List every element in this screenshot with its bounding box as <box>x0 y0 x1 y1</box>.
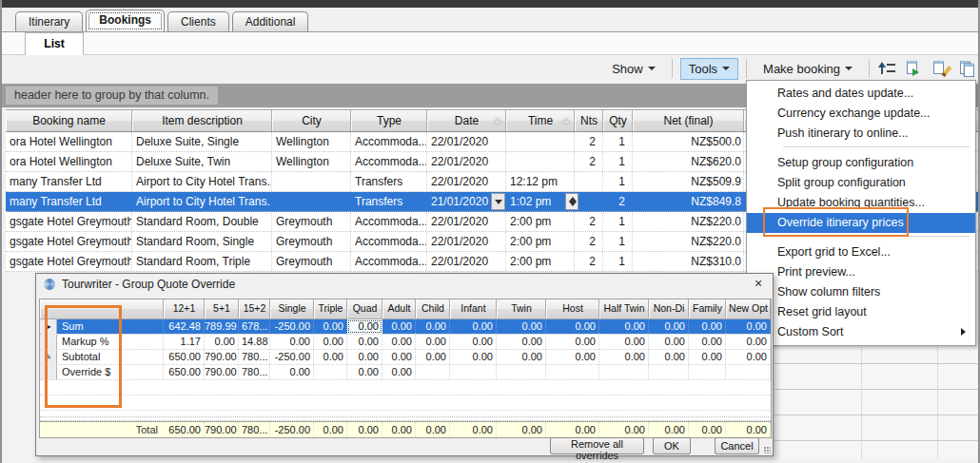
dialog-cell[interactable]: 642.48 <box>164 319 205 334</box>
close-icon[interactable]: × <box>750 276 767 292</box>
make-booking-button[interactable]: Make booking <box>755 58 861 80</box>
dialog-cell[interactable]: 0.00 <box>726 335 771 349</box>
cancel-button[interactable]: Cancel <box>715 437 759 454</box>
dialog-column-header[interactable]: 12+1 <box>164 299 205 318</box>
dialog-column-header[interactable]: Host <box>546 299 599 318</box>
tools-button[interactable]: Tools <box>680 58 738 80</box>
dialog-cell[interactable]: 0.00 <box>546 350 599 364</box>
menu-item[interactable]: Print preview... <box>747 262 975 282</box>
dialog-cell[interactable]: 0.00 <box>599 335 649 349</box>
dialog-cell[interactable]: 0.00 <box>314 350 347 364</box>
dialog-cell[interactable]: 0.00 <box>450 350 497 364</box>
dialog-cell[interactable] <box>689 365 726 379</box>
column-header[interactable]: Nts <box>575 110 603 131</box>
dialog-cell[interactable]: 0.00 <box>726 350 771 364</box>
dialog-cell[interactable]: 0.00 <box>347 365 382 379</box>
dialog-cell[interactable]: 0.00 <box>314 319 347 334</box>
dialog-column-header[interactable]: Twin <box>497 299 546 318</box>
menu-item[interactable] <box>747 236 975 242</box>
export-file-icon[interactable] <box>904 60 923 77</box>
tab[interactable]: Itinerary <box>15 11 83 32</box>
dialog-cell[interactable]: 0.00 <box>382 350 416 364</box>
column-header[interactable]: City <box>272 110 351 131</box>
menu-item[interactable] <box>747 146 975 153</box>
dialog-cell[interactable] <box>450 365 497 379</box>
dialog-cell[interactable]: 0.00 <box>347 319 382 334</box>
insert-row-icon[interactable] <box>877 60 896 77</box>
dialog-cell[interactable]: 0.00 <box>497 319 546 334</box>
dialog-cell[interactable]: 0.00 <box>546 335 599 349</box>
column-header[interactable]: Qty <box>603 110 633 131</box>
dialog-cell[interactable]: -250.00 <box>270 319 314 334</box>
dialog-cell[interactable]: 0.00 <box>382 319 416 334</box>
dialog-column-header[interactable]: Quad <box>347 299 382 318</box>
dialog-cell[interactable] <box>546 365 599 379</box>
menu-item[interactable]: Export grid to Excel... <box>747 242 975 262</box>
dialog-cell[interactable]: 0.00 <box>416 319 450 334</box>
dialog-cell[interactable]: 0.00 <box>649 350 689 364</box>
column-header[interactable]: Date <box>427 110 506 131</box>
menu-item[interactable]: Custom Sort <box>747 322 975 342</box>
dialog-cell[interactable] <box>497 365 546 379</box>
dialog-column-header[interactable]: Single <box>270 299 314 318</box>
dialog-cell[interactable] <box>649 365 689 379</box>
dialog-cell[interactable]: 0.00 <box>347 335 382 349</box>
dialog-cell[interactable]: 650.00 <box>164 350 205 364</box>
ok-button[interactable]: OK <box>653 437 691 454</box>
column-header[interactable]: Time <box>506 110 575 131</box>
dialog-cell[interactable]: 0.00 <box>382 365 416 379</box>
menu-item[interactable]: Split group configuration <box>747 173 975 193</box>
dialog-cell[interactable]: 678... <box>239 319 270 334</box>
dialog-column-header[interactable]: Adult <box>382 299 416 318</box>
remove-all-overrides-button[interactable]: Remove all overrides <box>550 437 644 454</box>
dialog-cell[interactable] <box>314 365 347 379</box>
dialog-column-header[interactable]: Half Twin <box>599 299 649 318</box>
dialog-cell[interactable] <box>599 365 649 379</box>
dialog-cell[interactable]: -250.00 <box>270 350 314 364</box>
dialog-cell[interactable]: 0.00 <box>314 335 347 349</box>
tab[interactable]: Clients <box>167 11 229 32</box>
dialog-cell[interactable]: 0.00 <box>450 335 497 349</box>
dialog-cell[interactable]: 0.00 <box>649 335 689 349</box>
dialog-cell[interactable]: 780... <box>239 365 270 379</box>
dialog-column-header[interactable]: Family <box>689 299 726 318</box>
dialog-cell[interactable] <box>416 365 450 379</box>
dialog-cell[interactable]: 14.88 <box>239 335 270 349</box>
column-header[interactable]: Net (final) <box>633 110 744 131</box>
tab[interactable]: Bookings <box>86 10 165 32</box>
dialog-cell[interactable]: 0.00 <box>270 335 314 349</box>
dialog-cell[interactable]: 0.00 <box>382 335 416 349</box>
dialog-cell[interactable]: 0.00 <box>416 350 450 364</box>
menu-item[interactable]: Currency exchange update... <box>747 104 975 124</box>
dialog-cell[interactable]: 1.17 <box>164 335 205 349</box>
dialog-column-header[interactable]: 15+2 <box>239 299 270 318</box>
edit-file-icon[interactable] <box>931 60 950 77</box>
menu-item[interactable]: Show column filters <box>747 282 975 302</box>
dialog-row[interactable]: ▶ Sum 642.48789.99678...-250.000.000.000… <box>40 319 771 335</box>
dialog-column-header[interactable]: Triple <box>314 299 347 318</box>
dialog-column-header[interactable]: Child <box>416 299 450 318</box>
dialog-column-header[interactable]: Infant <box>450 299 497 318</box>
dialog-cell[interactable]: 650.00 <box>164 365 205 379</box>
column-header[interactable]: Booking name <box>6 110 132 131</box>
dialog-cell[interactable]: 0.00 <box>416 335 450 349</box>
dialog-cell[interactable] <box>726 365 771 379</box>
dialog-cell[interactable]: 0.00 <box>649 319 689 334</box>
dialog-titlebar[interactable]: Tourwriter - Group Quote Override × <box>36 274 773 295</box>
show-button[interactable]: Show <box>603 58 664 80</box>
tab[interactable]: Additional <box>232 11 309 32</box>
menu-item[interactable]: Reset grid layout <box>747 302 975 322</box>
dialog-cell[interactable]: 0.00 <box>689 335 726 349</box>
menu-item[interactable]: Setup group configuration <box>747 153 975 173</box>
dialog-cell[interactable]: 789.99 <box>205 319 239 334</box>
resize-grip[interactable] <box>764 447 771 453</box>
dialog-cell[interactable]: 0.00 <box>689 350 726 364</box>
dialog-column-header[interactable]: Non-Di <box>649 299 689 318</box>
dialog-cell[interactable]: 0.00 <box>599 350 649 364</box>
tab-list[interactable]: List <box>25 32 84 55</box>
dialog-cell[interactable]: 0.00 <box>497 335 546 349</box>
dialog-row[interactable]: ✎ Subtotal 650.00790.00780...-250.000.00… <box>40 350 771 365</box>
dialog-cell[interactable]: 0.00 <box>726 319 771 334</box>
dialog-cell[interactable]: 0.00 <box>599 319 649 334</box>
copy-icon[interactable] <box>957 60 976 77</box>
